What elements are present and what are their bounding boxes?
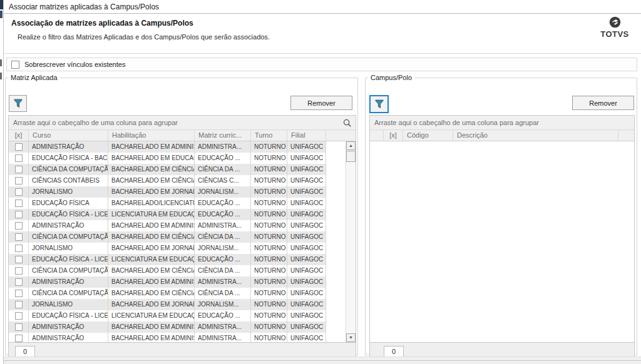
table-row[interactable]: CIÊNCIA DA COMPUTAÇÃOBACHARELADO EM CIÊN… <box>9 288 326 299</box>
cell-curso: EDUCAÇÃO FÍSICA - LICE... <box>29 310 108 321</box>
cell-habilitacao: BACHARELADO EM ADMINIST... <box>108 220 195 231</box>
totvs-icon <box>608 16 622 29</box>
row-checkbox[interactable] <box>15 267 23 275</box>
cell-curso: CIÊNCIA DA COMPUTAÇÃO <box>29 164 108 175</box>
column-header-habilitacao[interactable]: Habilitação <box>108 130 195 141</box>
overwrite-checkbox[interactable] <box>11 61 19 69</box>
table-row[interactable]: ADMINISTRAÇÃOBACHARELADO EM ADMINIST...A… <box>9 333 326 342</box>
row-checkbox[interactable] <box>15 166 23 173</box>
matriz-group-bar[interactable]: Arraste aqui o cabeçalho de uma coluna p… <box>9 116 356 130</box>
cell-curso: ADMINISTRAÇÃO <box>29 141 108 153</box>
row-checkbox[interactable] <box>15 323 23 331</box>
column-header-matriz-curricular[interactable]: Matriz curric... <box>195 130 251 141</box>
cell-select <box>9 321 29 333</box>
cell-select <box>9 310 29 321</box>
table-row[interactable]: CIÊNCIA DA COMPUTAÇÃOBACHARELADO EM CIÊN… <box>9 231 326 243</box>
row-checkbox[interactable] <box>15 200 23 207</box>
filter-button-campus[interactable] <box>369 95 389 113</box>
table-row[interactable]: CIÊNCIA DA COMPUTAÇÃOBACHARELADO EM CIÊN… <box>9 164 326 175</box>
cell-turno: NOTURNO <box>251 276 287 288</box>
table-row[interactable]: EDUCAÇÃO FÍSICA - BAC...BACHARELADO EM E… <box>9 153 326 164</box>
row-checkbox[interactable] <box>15 335 23 342</box>
campus-grid-body <box>370 141 634 342</box>
row-checkbox[interactable] <box>15 177 23 185</box>
table-row[interactable]: JORNALISMOBACHARELADO EM JORNALIS...JORN… <box>9 299 326 310</box>
column-header-select[interactable]: [x] <box>384 130 403 141</box>
cell-turno: NOTURNO <box>251 198 287 209</box>
overwrite-row: Sobrescrever vínculos existentes <box>6 58 637 71</box>
table-row[interactable]: ADMINISTRAÇÃOBACHARELADO EM ADMINIST...A… <box>9 321 326 333</box>
cell-habilitacao: BACHARELADO EM EDUCAÇÃ... <box>108 153 195 164</box>
table-row[interactable]: EDUCAÇÃO FÍSICA - LICE...LICENCIATURA EM… <box>9 254 326 265</box>
scroll-thumb[interactable] <box>346 151 356 162</box>
scroll-up-button[interactable]: ▲ <box>346 141 356 150</box>
cell-matriz-curricular: EDUCAÇÃO ... <box>195 209 251 220</box>
table-row[interactable]: ADMINISTRAÇÃOBACHARELADO EM ADMINIST...A… <box>9 220 326 231</box>
window-titlebar[interactable]: Associar matrizes aplicadas à Campus/Pol… <box>4 0 641 14</box>
campus-grid-header[interactable]: [x]CódigoDescrição <box>370 130 634 141</box>
row-checkbox[interactable] <box>15 233 23 241</box>
table-row[interactable]: CIÊNCIA DA COMPUTAÇÃOBACHARELADO EM CIÊN… <box>9 265 326 276</box>
cell-habilitacao: BACHARELADO EM CIÊNCIA ... <box>108 288 195 299</box>
background-window-fragment <box>0 0 3 9</box>
column-header-filial[interactable]: Filial <box>287 130 326 141</box>
table-row[interactable]: JORNALISMOBACHARELADO EM JORNALIS...JORN… <box>9 243 326 254</box>
search-icon[interactable] <box>342 118 352 128</box>
remover-button-campus[interactable]: Remover <box>572 96 634 110</box>
remover-button-matriz[interactable]: Remover <box>290 96 352 110</box>
table-row[interactable]: CIÊNCIAS CONTÁBEISBACHARELADO EM CIÊNCIA… <box>9 175 326 186</box>
column-header-curso[interactable]: Curso <box>29 130 108 141</box>
cell-turno: NOTURNO <box>251 299 287 310</box>
cell-select <box>9 198 29 209</box>
row-checkbox[interactable] <box>15 290 23 297</box>
row-checkbox[interactable] <box>15 211 23 218</box>
vertical-scrollbar[interactable]: ▲ ▼ <box>346 141 356 342</box>
table-row[interactable]: EDUCAÇÃO FÍSICABACHARELADO/LICENCIATUR..… <box>9 198 326 209</box>
row-checkbox[interactable] <box>15 278 23 286</box>
row-checkbox[interactable] <box>15 245 23 252</box>
table-row[interactable]: JORNALISMOBACHARELADO EM JORNALIS...JORN… <box>9 186 326 198</box>
cell-turno: NOTURNO <box>251 175 287 186</box>
window-title: Associar matrizes aplicadas à Campus/Pol… <box>9 3 159 11</box>
row-checkbox[interactable] <box>15 143 23 151</box>
cell-filial: UNIFAGOC <box>287 175 326 186</box>
cell-turno: NOTURNO <box>251 220 287 231</box>
cell-select <box>9 209 29 220</box>
cell-turno: NOTURNO <box>251 231 287 243</box>
cell-matriz-curricular: ADMINISTRA... <box>195 220 251 231</box>
column-header-drag[interactable] <box>370 130 384 141</box>
cell-habilitacao: LICENCIATURA EM EDUCAÇÃ... <box>108 310 195 321</box>
row-checkbox[interactable] <box>15 222 23 230</box>
column-header-turno[interactable]: Turno <box>251 130 287 141</box>
cell-matriz-curricular: EDUCAÇÃO ... <box>195 153 251 164</box>
table-row[interactable]: ADMINISTRAÇÃOBACHARELADO EM ADMINIST...A… <box>9 141 326 153</box>
filter-button-matriz[interactable] <box>9 95 27 112</box>
row-checkbox[interactable] <box>15 154 23 162</box>
cell-turno: NOTURNO <box>251 321 287 333</box>
column-header-codigo[interactable]: Código <box>403 130 453 141</box>
matriz-grid-header[interactable]: [x]CursoHabilitaçãoMatriz curric...Turno… <box>9 130 356 141</box>
cell-turno: NOTURNO <box>251 254 287 265</box>
cell-curso: EDUCAÇÃO FÍSICA - BAC... <box>29 153 108 164</box>
overwrite-checkbox-label: Sobrescrever vínculos existentes <box>24 61 125 68</box>
column-header-select[interactable]: [x] <box>9 130 29 141</box>
table-row[interactable]: EDUCAÇÃO FÍSICA - LICE...LICENCIATURA EM… <box>9 209 326 220</box>
cell-curso: CIÊNCIA DA COMPUTAÇÃO <box>29 265 108 276</box>
cell-curso: EDUCAÇÃO FÍSICA <box>29 198 108 209</box>
cell-select <box>9 299 29 310</box>
cell-matriz-curricular: ADMINISTRA... <box>195 321 251 333</box>
row-checkbox[interactable] <box>15 301 23 308</box>
scroll-down-button[interactable]: ▼ <box>346 333 356 342</box>
row-checkbox[interactable] <box>15 312 23 320</box>
row-checkbox[interactable] <box>15 188 23 196</box>
cell-filial: UNIFAGOC <box>287 321 326 333</box>
column-header-descricao[interactable]: Descrição <box>453 130 618 141</box>
cell-habilitacao: BACHARELADO EM JORNALIS... <box>108 186 195 198</box>
row-checkbox[interactable] <box>15 256 23 263</box>
table-row[interactable]: ADMINISTRAÇÃOBACHARELADO EM ADMINIST...A… <box>9 276 326 288</box>
cell-filial: UNIFAGOC <box>287 310 326 321</box>
cell-turno: NOTURNO <box>251 209 287 220</box>
table-row[interactable]: EDUCAÇÃO FÍSICA - LICE...LICENCIATURA EM… <box>9 310 326 321</box>
cell-matriz-curricular: EDUCAÇÃO ... <box>195 254 251 265</box>
campus-group-bar[interactable]: Arraste aqui o cabeçalho de uma coluna p… <box>370 116 634 130</box>
